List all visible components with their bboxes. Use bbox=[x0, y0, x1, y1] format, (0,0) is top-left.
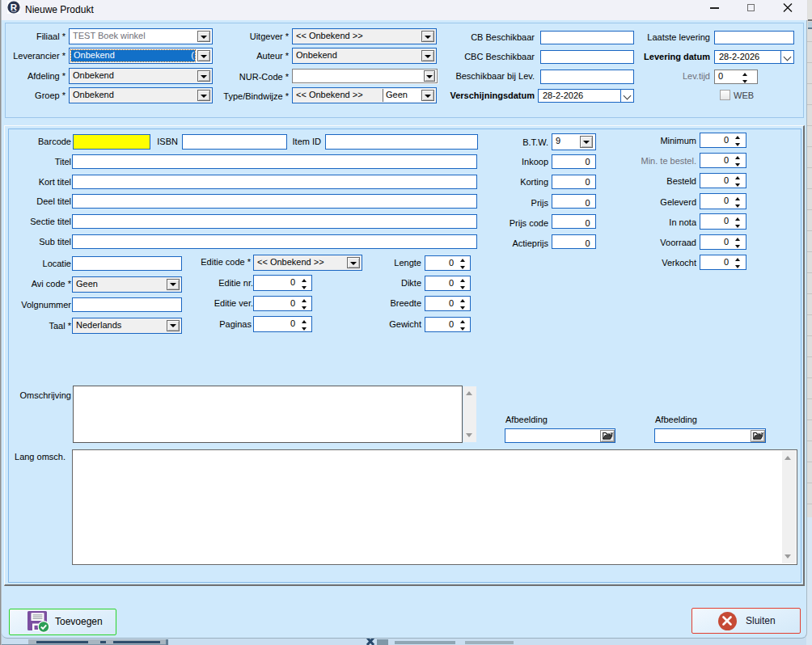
svg-text:R: R bbox=[11, 2, 18, 12]
